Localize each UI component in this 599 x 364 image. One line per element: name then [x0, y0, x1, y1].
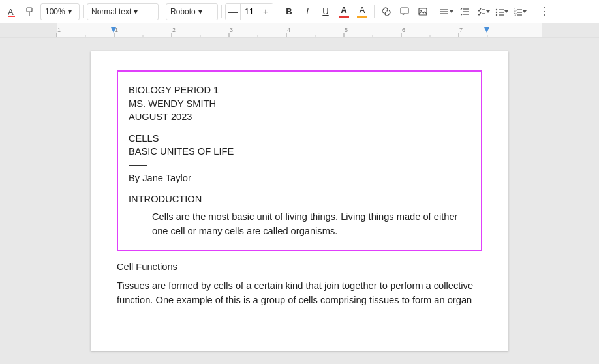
highlight-label: A	[360, 5, 365, 15]
cells-title: CELLS	[129, 132, 470, 145]
document-area: BIOLOGY PERIOD 1 MS. WENDY SMITH AUGUST …	[0, 38, 599, 364]
paint-format-icon[interactable]	[22, 3, 39, 20]
zoom-chevron: ▾	[68, 7, 72, 16]
ruler: 1 1 2 3 4 5 6 7	[0, 23, 599, 38]
svg-rect-27	[0, 23, 57, 38]
separator-3	[221, 5, 222, 18]
svg-text:2: 2	[172, 27, 176, 33]
svg-point-16	[496, 11, 497, 12]
font-size-decrease[interactable]: —	[226, 4, 240, 20]
svg-text:1: 1	[57, 27, 61, 33]
spelling-icon[interactable]: A	[4, 3, 21, 20]
svg-text:3.: 3.	[514, 13, 517, 17]
svg-text:7: 7	[459, 27, 463, 33]
svg-point-18	[496, 14, 497, 15]
separator-2	[162, 5, 162, 18]
page: BIOLOGY PERIOD 1 MS. WENDY SMITH AUGUST …	[91, 51, 508, 351]
svg-rect-3	[401, 8, 408, 14]
svg-rect-2	[27, 8, 32, 12]
zoom-value: 100%	[45, 7, 65, 16]
svg-text:5: 5	[345, 27, 348, 33]
svg-point-5	[420, 10, 422, 11]
italic-button[interactable]: I	[299, 3, 316, 20]
zoom-dropdown[interactable]: 100% ▾	[40, 3, 80, 20]
intro-heading: INTRODUCTION	[129, 194, 470, 204]
font-dropdown[interactable]: Roboto ▾	[166, 3, 218, 20]
line-spacing-icon[interactable]	[457, 3, 474, 20]
style-dropdown[interactable]: Normal text ▾	[87, 3, 159, 20]
numbered-list-icon[interactable]: 1. 2. 3.	[512, 3, 529, 20]
svg-text:4: 4	[287, 27, 290, 33]
highlight-bar	[357, 16, 367, 18]
font-size-value[interactable]: 11	[240, 4, 258, 20]
comment-icon[interactable]	[396, 3, 413, 20]
separator-6	[435, 5, 435, 18]
svg-rect-26	[0, 23, 599, 38]
section-title-block: CELLS BASIC UNITES OF LIFE	[129, 132, 470, 159]
teacher-line: MS. WENDY SMITH	[129, 97, 470, 111]
biology-line: BIOLOGY PERIOD 1	[129, 83, 470, 97]
author-line: By Jane Taylor	[129, 173, 470, 183]
separator-4	[277, 5, 277, 18]
intro-text: Cells are the most basic unit of living …	[152, 209, 470, 238]
bold-button[interactable]: B	[281, 3, 298, 20]
separator-1	[83, 5, 84, 18]
toolbar: A 100% ▾ Normal text ▾ Roboto ▾ — 11 +	[0, 0, 599, 23]
separator-5	[374, 5, 375, 18]
checklist-icon[interactable]	[475, 3, 492, 20]
highlight-button[interactable]: A	[354, 3, 371, 20]
tissues-paragraph: Tissues are formed by cells of a certain…	[117, 279, 482, 307]
more-options-button[interactable]: ⋮	[536, 3, 553, 20]
underline-button[interactable]: U	[317, 3, 334, 20]
style-value: Normal text	[91, 7, 131, 16]
svg-text:3: 3	[230, 27, 233, 33]
svg-text:A: A	[8, 7, 14, 17]
bullet-list-icon[interactable]	[493, 3, 510, 20]
svg-point-14	[496, 8, 497, 10]
font-chevron: ▾	[198, 7, 202, 16]
link-icon[interactable]	[378, 3, 395, 20]
title-divider	[129, 165, 147, 166]
subtitle: BASIC UNITES OF LIFE	[129, 145, 470, 159]
font-size-control: — 11 +	[225, 3, 273, 20]
selected-region[interactable]: BIOLOGY PERIOD 1 MS. WENDY SMITH AUGUST …	[117, 70, 482, 251]
text-color-label: A	[341, 5, 346, 15]
align-icon[interactable]	[438, 3, 455, 20]
image-icon[interactable]	[414, 3, 431, 20]
date-line: AUGUST 2023	[129, 110, 470, 124]
title-block: BIOLOGY PERIOD 1 MS. WENDY SMITH AUGUST …	[129, 83, 470, 124]
svg-rect-28	[542, 23, 599, 38]
svg-rect-4	[419, 8, 427, 15]
svg-text:6: 6	[402, 27, 405, 33]
font-size-increase[interactable]: +	[258, 4, 273, 20]
cell-functions-heading: Cell Functions	[117, 262, 482, 272]
text-color-button[interactable]: A	[335, 3, 352, 20]
font-value: Roboto	[170, 7, 196, 16]
color-bar	[339, 16, 349, 18]
style-chevron: ▾	[134, 7, 138, 16]
separator-7	[532, 5, 532, 18]
